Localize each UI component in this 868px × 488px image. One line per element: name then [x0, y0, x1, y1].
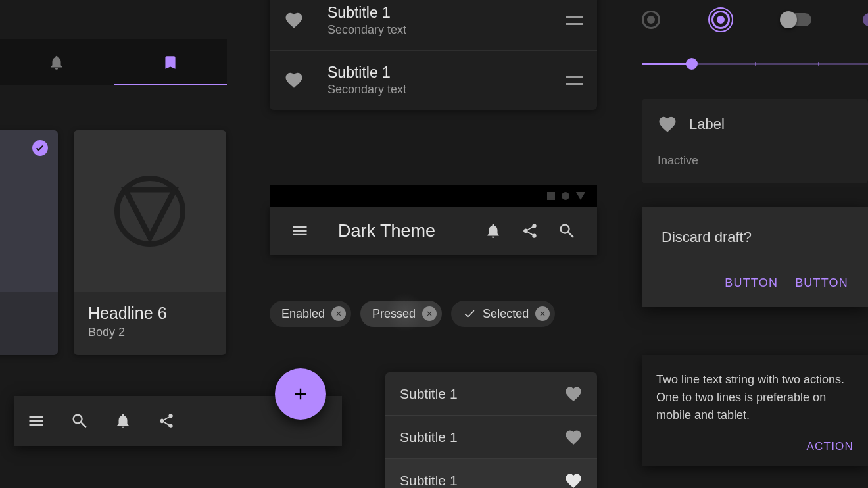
status-bar [270, 185, 597, 207]
check-badge-icon [32, 139, 49, 157]
close-icon [425, 310, 433, 318]
snackbar-action[interactable]: ACTION [807, 440, 854, 453]
material-logo-icon [110, 172, 189, 251]
svg-rect-2 [547, 192, 555, 200]
notifications-button[interactable] [475, 222, 512, 239]
card-headline: 6 [0, 304, 43, 323]
drag-handle-icon[interactable] [566, 16, 583, 25]
appbar-title: Dark Theme [338, 221, 475, 241]
share-icon [521, 222, 539, 239]
heart-icon[interactable] [564, 385, 583, 403]
chip-label: Selected [483, 307, 529, 321]
share-icon [158, 412, 175, 429]
chip-remove[interactable] [535, 306, 550, 321]
bookmark-icon [162, 54, 179, 71]
switch-off[interactable] [781, 13, 811, 26]
snackbar-text: Two line text string with two actions. O… [656, 371, 854, 424]
menu-button[interactable] [281, 222, 318, 240]
chip-label: Pressed [372, 307, 416, 321]
chip-label: Enabled [281, 307, 325, 321]
heart-icon [284, 70, 304, 90]
close-icon [335, 310, 343, 318]
chip-row: Enabled Pressed Selected [270, 301, 555, 327]
radio-selected[interactable] [711, 11, 730, 29]
slider[interactable] [642, 63, 868, 65]
snackbar: Two line text string with two actions. O… [642, 355, 868, 466]
label-text: Label [689, 116, 725, 133]
svg-point-3 [562, 192, 569, 200]
dialog-button-1[interactable]: BUTTON [725, 276, 778, 290]
list-item-title: Subtitle 1 [400, 386, 564, 402]
list-item-title: Subtitle 1 [400, 473, 564, 489]
list-item-title: Subtitle 1 [327, 64, 566, 82]
list-item[interactable]: Subtitle 1 [385, 459, 597, 488]
search-button[interactable] [548, 222, 585, 240]
card-2[interactable]: Headline 6 Body 2 [74, 130, 226, 355]
menu-icon [291, 222, 309, 240]
radio-unselected[interactable] [642, 11, 660, 29]
bell-icon [114, 412, 132, 429]
chip-enabled[interactable]: Enabled [270, 301, 351, 327]
dialog-title: Discard draft? [662, 229, 848, 246]
dialog: Discard draft? BUTTON BUTTON [642, 207, 868, 307]
bell-icon [48, 54, 65, 71]
label-status: Inactive [658, 154, 852, 168]
tab-bar [0, 39, 227, 85]
bell-icon [485, 222, 502, 239]
notifications-button[interactable] [101, 396, 145, 446]
two-line-list: Subtitle 1 Secondary text Subtitle 1 Sec… [270, 0, 597, 110]
card-headline: Headline 6 [88, 304, 212, 323]
top-app-bar: Dark Theme [270, 207, 597, 255]
status-triangle-icon [576, 192, 585, 200]
chip-remove[interactable] [422, 306, 437, 321]
card-body-text: Body 2 [88, 326, 212, 339]
status-square-icon [547, 192, 555, 200]
slider-thumb[interactable] [686, 58, 698, 70]
simple-list: Subtitle 1 Subtitle 1 Subtitle 1 [385, 372, 597, 488]
search-icon [70, 412, 89, 430]
chip-pressed[interactable]: Pressed [360, 301, 442, 327]
tab-notifications[interactable] [0, 39, 114, 85]
heart-icon [658, 114, 677, 134]
share-button[interactable] [145, 396, 188, 446]
label-card: Label Inactive [642, 99, 868, 183]
list-item[interactable]: Subtitle 1 Secondary text [270, 0, 597, 50]
list-item-secondary: Secondary text [327, 83, 566, 97]
card-row: 6 Headline 6 Body 2 [0, 130, 226, 355]
search-button[interactable] [58, 396, 101, 446]
menu-button[interactable] [14, 396, 58, 446]
heart-icon[interactable] [564, 428, 583, 447]
check-icon [463, 307, 476, 320]
menu-icon [27, 412, 45, 430]
tab-bookmarks[interactable] [114, 39, 228, 85]
heart-icon[interactable] [564, 472, 583, 489]
list-item-title: Subtitle 1 [327, 4, 566, 22]
controls-row [642, 11, 868, 29]
status-circle-icon [562, 192, 569, 200]
plus-icon [291, 385, 310, 403]
list-item-secondary: Secondary text [327, 23, 566, 37]
list-item[interactable]: Subtitle 1 [385, 416, 597, 459]
close-icon [539, 310, 546, 318]
dialog-button-2[interactable]: BUTTON [795, 276, 848, 290]
list-item[interactable]: Subtitle 1 [385, 372, 597, 416]
share-button[interactable] [512, 222, 548, 239]
chip-remove[interactable] [331, 306, 346, 321]
chip-selected[interactable]: Selected [451, 301, 555, 327]
switch-on[interactable] [863, 13, 868, 26]
search-icon [558, 222, 576, 240]
card-1[interactable]: 6 [0, 130, 58, 355]
list-item[interactable]: Subtitle 1 Secondary text [270, 50, 597, 110]
heart-icon [284, 11, 304, 30]
list-item-title: Subtitle 1 [400, 429, 564, 445]
fab-add[interactable] [275, 368, 326, 420]
drag-handle-icon[interactable] [566, 76, 583, 85]
